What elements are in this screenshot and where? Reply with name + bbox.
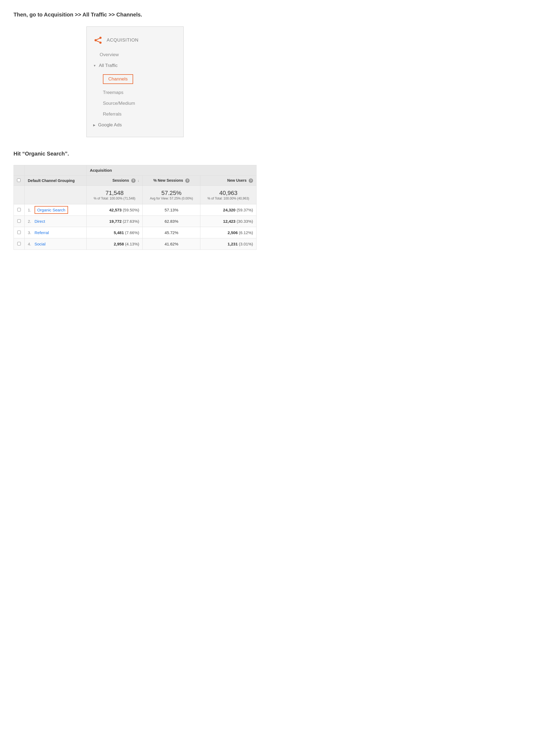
row-new-users: 12,423 (30.33%) — [200, 216, 256, 227]
sessions-pct: (27.63%) — [123, 219, 139, 224]
row-new-users: 24,320 (59.37%) — [200, 204, 256, 216]
new-users-value: 12,423 — [223, 219, 236, 224]
totals-new-users: 40,963 % of Total: 100.00% (40,963) — [200, 186, 256, 204]
row-checkbox-cell — [14, 204, 25, 216]
row-checkbox-cell — [14, 227, 25, 238]
sessions-pct: (4.13%) — [125, 242, 139, 246]
table-row: 4. Social2,958 (4.13%)41.62%1,231 (3.01%… — [14, 238, 256, 250]
totals-row: 71,548 % of Total: 100.00% (71,548) 57.2… — [14, 186, 256, 204]
nav-all-traffic-label: All Traffic — [99, 63, 118, 68]
channel-link[interactable]: Referral — [35, 230, 49, 235]
new-users-help-icon[interactable]: ? — [249, 179, 253, 183]
total-new-sessions-sub: Avg for View: 57.25% (0.00%) — [146, 197, 197, 200]
svg-line-3 — [96, 38, 99, 40]
sessions-pct: (7.66%) — [125, 230, 139, 235]
totals-check — [14, 186, 25, 204]
row-checkbox[interactable] — [17, 219, 21, 223]
row-checkbox[interactable] — [17, 208, 21, 211]
row-rank: 3. — [28, 230, 32, 235]
nav-channels[interactable]: Channels — [87, 72, 183, 86]
chevron-right-icon: ▶ — [93, 123, 95, 127]
total-new-users-value: 40,963 — [204, 189, 253, 197]
total-new-users-sub: % of Total: 100.00% (40,963) — [204, 197, 253, 200]
table-row: 1. Organic Search42,573 (59.50%)57.13%24… — [14, 204, 256, 216]
header-check-spacer — [14, 165, 25, 176]
row-checkbox[interactable] — [17, 242, 21, 246]
total-sessions-sub: % of Total: 100.00% (71,548) — [90, 197, 139, 200]
row-new-sessions: 62.83% — [142, 216, 200, 227]
nav-all-traffic-header[interactable]: ▼ All Traffic — [87, 60, 183, 71]
totals-sessions: 71,548 % of Total: 100.00% (71,548) — [86, 186, 142, 204]
sessions-sort-icon[interactable]: ↓ — [137, 179, 139, 183]
row-channel-cell: 4. Social — [25, 238, 87, 250]
header-channel-spacer — [25, 165, 87, 176]
instruction-2: Hit “Organic Search”. — [14, 151, 256, 157]
table-row: 2. Direct19,772 (27.63%)62.83%12,423 (30… — [14, 216, 256, 227]
col-new-sessions-header: % New Sessions ? — [142, 176, 200, 186]
channel-link[interactable]: Organic Search — [35, 206, 68, 214]
new-sessions-help-icon[interactable]: ? — [185, 179, 189, 183]
select-all-checkbox[interactable] — [17, 179, 21, 182]
sessions-value: 5,481 — [114, 230, 124, 235]
instruction-1: Then, go to Acquisition >> All Traffic >… — [14, 11, 256, 18]
nav-google-ads[interactable]: ▶ Google Ads — [87, 120, 183, 131]
sessions-help-icon[interactable]: ? — [131, 179, 136, 183]
row-sessions: 2,958 (4.13%) — [86, 238, 142, 250]
new-users-value: 1,231 — [228, 242, 238, 246]
analytics-table: Acquisition Default Channel Grouping Ses… — [14, 165, 256, 250]
totals-new-sessions: 57.25% Avg for View: 57.25% (0.00%) — [142, 186, 200, 204]
col-channel-header: Default Channel Grouping — [25, 176, 87, 186]
row-new-sessions: 57.13% — [142, 204, 200, 216]
new-users-pct: (3.01%) — [239, 242, 253, 246]
row-sessions: 5,481 (7.66%) — [86, 227, 142, 238]
nav-treemaps[interactable]: Treemaps — [87, 87, 183, 98]
row-new-sessions: 41.62% — [142, 238, 200, 250]
nav-acquisition-label: ACQUISITION — [107, 38, 138, 43]
table-row: 3. Referral5,481 (7.66%)45.72%2,506 (6.1… — [14, 227, 256, 238]
new-users-value: 2,506 — [228, 230, 238, 235]
row-new-sessions: 45.72% — [142, 227, 200, 238]
row-checkbox[interactable] — [17, 231, 21, 234]
row-channel-cell: 3. Referral — [25, 227, 87, 238]
new-users-value: 24,320 — [223, 208, 236, 212]
sessions-value: 19,772 — [109, 219, 122, 224]
total-sessions-value: 71,548 — [90, 189, 139, 197]
row-channel-cell: 1. Organic Search — [25, 204, 87, 216]
channels-highlighted[interactable]: Channels — [103, 74, 133, 84]
row-new-users: 2,506 (6.12%) — [200, 227, 256, 238]
row-channel-cell: 2. Direct — [25, 216, 87, 227]
new-users-pct: (59.37%) — [237, 208, 253, 212]
sessions-pct: (59.50%) — [123, 208, 139, 212]
col-new-users-header: New Users ? — [200, 176, 256, 186]
nav-menu: ACQUISITION Overview ▼ All Traffic Chann… — [86, 26, 184, 137]
col-checkbox-header — [14, 176, 25, 186]
nav-header: ACQUISITION — [87, 33, 183, 49]
sessions-value: 2,958 — [114, 242, 124, 246]
sessions-value: 42,573 — [109, 208, 122, 212]
nav-overview[interactable]: Overview — [87, 49, 183, 60]
acquisition-icon — [93, 36, 103, 45]
svg-line-4 — [96, 41, 99, 42]
row-sessions: 19,772 (27.63%) — [86, 216, 142, 227]
row-rank: 1. — [28, 208, 32, 212]
total-new-sessions-value: 57.25% — [146, 189, 197, 197]
header-acquisition: Acquisition — [86, 165, 256, 176]
channel-link[interactable]: Direct — [35, 219, 45, 224]
totals-channel — [25, 186, 87, 204]
row-checkbox-cell — [14, 216, 25, 227]
row-rank: 4. — [28, 242, 32, 246]
chevron-down-icon: ▼ — [93, 64, 96, 67]
row-checkbox-cell — [14, 238, 25, 250]
row-sessions: 42,573 (59.50%) — [86, 204, 142, 216]
row-rank: 2. — [28, 219, 32, 224]
new-users-pct: (30.33%) — [237, 219, 253, 224]
nav-source-medium[interactable]: Source/Medium — [87, 98, 183, 109]
channel-link[interactable]: Social — [35, 242, 46, 246]
new-users-pct: (6.12%) — [239, 230, 253, 235]
nav-referrals[interactable]: Referrals — [87, 109, 183, 120]
col-sessions-header: Sessions ? ↓ — [86, 176, 142, 186]
row-new-users: 1,231 (3.01%) — [200, 238, 256, 250]
nav-google-ads-label: Google Ads — [98, 122, 122, 128]
